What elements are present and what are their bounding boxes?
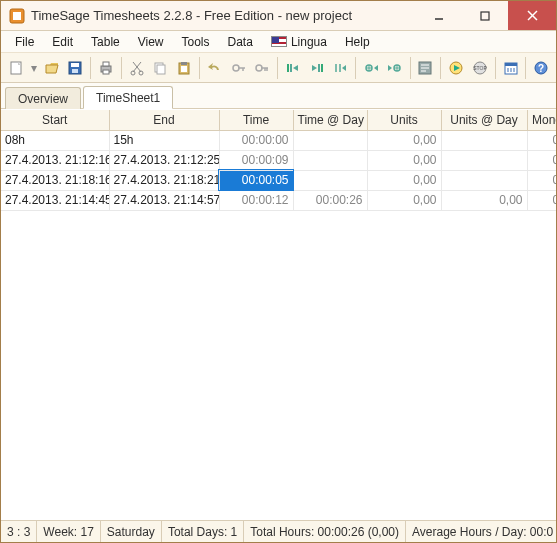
notes-button[interactable] xyxy=(415,56,437,80)
cell-time_day[interactable] xyxy=(293,170,367,190)
cell-end[interactable]: 15h xyxy=(109,130,219,150)
shift-right-button[interactable] xyxy=(384,56,406,80)
calendar-button[interactable] xyxy=(500,56,522,80)
col-units-day[interactable]: Units @ Day xyxy=(441,110,527,130)
cell-money[interactable]: 0, xyxy=(527,190,556,210)
timesheet-table[interactable]: Start End Time Time @ Day Units Units @ … xyxy=(1,110,556,211)
stop-timer-button[interactable]: STOP xyxy=(469,56,491,80)
status-day: Saturday xyxy=(101,521,162,542)
app-icon xyxy=(9,8,25,24)
cell-time_day[interactable]: 00:00:26 xyxy=(293,190,367,210)
menu-file[interactable]: File xyxy=(7,33,42,51)
col-end[interactable]: End xyxy=(109,110,219,130)
menu-edit[interactable]: Edit xyxy=(44,33,81,51)
separator xyxy=(121,57,122,79)
svg-rect-13 xyxy=(103,70,109,74)
col-money[interactable]: Mone xyxy=(527,110,556,130)
cell-end[interactable]: 27.4.2013. 21:18:21 xyxy=(109,170,219,190)
separator xyxy=(410,57,411,79)
cell-units_day[interactable]: 0,00 xyxy=(441,190,527,210)
cell-time[interactable]: 00:00:05 xyxy=(219,170,293,190)
paste-button[interactable] xyxy=(173,56,195,80)
key2-button[interactable] xyxy=(251,56,273,80)
minimize-button[interactable] xyxy=(416,1,462,30)
cell-money[interactable]: 0, xyxy=(527,130,556,150)
table-row[interactable]: 27.4.2013. 21:18:1627.4.2013. 21:18:2100… xyxy=(1,170,556,190)
cell-money[interactable]: 0, xyxy=(527,170,556,190)
svg-rect-22 xyxy=(181,66,187,72)
status-total-days: Total Days: 1 xyxy=(162,521,244,542)
cell-time[interactable]: 00:00:12 xyxy=(219,190,293,210)
cell-units[interactable]: 0,00 xyxy=(367,150,441,170)
cell-units_day[interactable] xyxy=(441,130,527,150)
cell-units[interactable]: 0,00 xyxy=(367,130,441,150)
table-row[interactable]: 27.4.2013. 21:12:1627.4.2013. 21:12:2500… xyxy=(1,150,556,170)
app-window: TimeSage Timesheets 2.2.8 - Free Edition… xyxy=(0,0,557,543)
statusbar: 3 : 3 Week: 17 Saturday Total Days: 1 To… xyxy=(1,520,556,542)
cell-end[interactable]: 27.4.2013. 21:14:57 xyxy=(109,190,219,210)
svg-rect-10 xyxy=(72,69,78,73)
cell-time_day[interactable] xyxy=(293,150,367,170)
tab-timesheet1[interactable]: TimeSheet1 xyxy=(83,86,173,109)
open-button[interactable] xyxy=(41,56,63,80)
cell-units[interactable]: 0,00 xyxy=(367,190,441,210)
menu-help[interactable]: Help xyxy=(337,33,378,51)
tab-overview[interactable]: Overview xyxy=(5,87,81,109)
status-average: Average Hours / Day: 00:0 xyxy=(406,521,556,542)
svg-marker-46 xyxy=(388,65,392,71)
cell-money[interactable]: 0, xyxy=(527,150,556,170)
shift-left-button[interactable] xyxy=(360,56,382,80)
cell-start[interactable]: 27.4.2013. 21:18:16 xyxy=(1,170,109,190)
col-start[interactable]: Start xyxy=(1,110,109,130)
insert-row-before-button[interactable] xyxy=(282,56,304,80)
separator xyxy=(355,57,356,79)
new-button[interactable] xyxy=(5,56,27,80)
menu-lingua[interactable]: Lingua xyxy=(263,33,335,51)
print-button[interactable] xyxy=(95,56,117,80)
table-row[interactable]: 08h15h00:00:000,000, xyxy=(1,130,556,150)
cell-time[interactable]: 00:00:00 xyxy=(219,130,293,150)
insert-rows-button[interactable] xyxy=(330,56,352,80)
cell-time[interactable]: 00:00:09 xyxy=(219,150,293,170)
svg-rect-3 xyxy=(481,12,489,20)
separator xyxy=(495,57,496,79)
save-button[interactable] xyxy=(65,56,87,80)
svg-rect-19 xyxy=(157,65,165,74)
svg-marker-31 xyxy=(293,65,298,71)
grid-empty-area[interactable] xyxy=(1,211,556,521)
separator xyxy=(525,57,526,79)
cell-units[interactable]: 0,00 xyxy=(367,170,441,190)
menu-table[interactable]: Table xyxy=(83,33,128,51)
maximize-button[interactable] xyxy=(462,1,508,30)
col-time-day[interactable]: Time @ Day xyxy=(293,110,367,130)
toolbar: ▾ STOP ? xyxy=(1,53,556,83)
undo-button[interactable] xyxy=(204,56,226,80)
col-time[interactable]: Time xyxy=(219,110,293,130)
menu-data[interactable]: Data xyxy=(220,33,261,51)
tabstrip: Overview TimeSheet1 xyxy=(1,83,556,109)
table-row[interactable]: 27.4.2013. 21:14:4527.4.2013. 21:14:5700… xyxy=(1,190,556,210)
help-button[interactable]: ? xyxy=(530,56,552,80)
col-units[interactable]: Units xyxy=(367,110,441,130)
svg-marker-42 xyxy=(374,65,378,71)
cell-units_day[interactable] xyxy=(441,150,527,170)
close-button[interactable] xyxy=(508,1,556,30)
cell-start[interactable]: 27.4.2013. 21:14:45 xyxy=(1,190,109,210)
key-button[interactable] xyxy=(228,56,250,80)
dropdown-arrow-icon[interactable]: ▾ xyxy=(29,61,39,75)
cell-end[interactable]: 27.4.2013. 21:12:25 xyxy=(109,150,219,170)
svg-marker-34 xyxy=(312,65,317,71)
insert-row-after-button[interactable] xyxy=(306,56,328,80)
menu-tools[interactable]: Tools xyxy=(174,33,218,51)
cell-start[interactable]: 08h xyxy=(1,130,109,150)
start-timer-button[interactable] xyxy=(445,56,467,80)
svg-rect-56 xyxy=(505,63,517,66)
cell-start[interactable]: 27.4.2013. 21:12:16 xyxy=(1,150,109,170)
grid-area: Start End Time Time @ Day Units Units @ … xyxy=(1,109,556,520)
copy-button[interactable] xyxy=(150,56,172,80)
cell-time_day[interactable] xyxy=(293,130,367,150)
cell-units_day[interactable] xyxy=(441,170,527,190)
menubar: File Edit Table View Tools Data Lingua H… xyxy=(1,31,556,53)
menu-view[interactable]: View xyxy=(130,33,172,51)
cut-button[interactable] xyxy=(126,56,148,80)
